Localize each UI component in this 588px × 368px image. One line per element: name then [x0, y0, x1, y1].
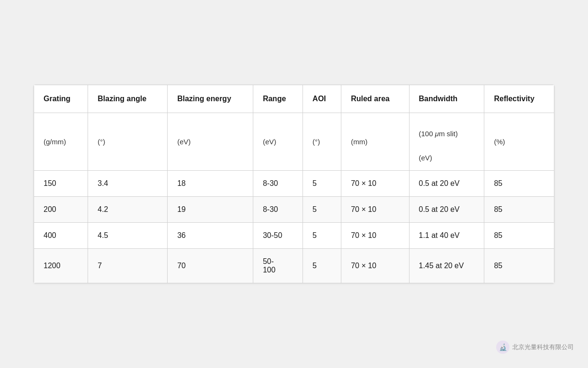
table-cell: 18 [168, 171, 253, 197]
table-cell: 85 [484, 249, 554, 283]
watermark-icon: 🔬 [496, 341, 509, 354]
col-header-grating: Grating [34, 85, 88, 113]
col-header-blazing-energy: Blazing energy [168, 85, 253, 113]
table-cell: 4.5 [88, 223, 168, 249]
table-cell: 400 [34, 223, 88, 249]
grating-table: Grating Blazing angle Blazing energy Ran… [34, 85, 554, 283]
watermark: 🔬 北京光量科技有限公司 [496, 341, 574, 354]
table-cell: 8-30 [253, 197, 303, 223]
col-subheader-blazing-angle: (°) [88, 113, 168, 171]
table-cell: 8-30 [253, 171, 303, 197]
table-cell: 70 × 10 [341, 197, 409, 223]
col-subheader-aoi: (°) [303, 113, 341, 171]
table-cell: 3.4 [88, 171, 168, 197]
col-header-ruled-area: Ruled area [341, 85, 409, 113]
table-cell: 0.5 at 20 eV [409, 171, 484, 197]
table-cell: 70 [168, 249, 253, 283]
table-cell: 5 [303, 223, 341, 249]
table-row: 120077050-100570 × 101.45 at 20 eV85 [34, 249, 554, 283]
table-cell: 85 [484, 223, 554, 249]
table-cell: 7 [88, 249, 168, 283]
col-header-blazing-angle: Blazing angle [88, 85, 168, 113]
table-body: 1503.4188-30570 × 100.5 at 20 eV852004.2… [34, 171, 554, 283]
header-row-main: Grating Blazing angle Blazing energy Ran… [34, 85, 554, 113]
col-header-reflectivity: Reflectivity [484, 85, 554, 113]
table-cell: 70 × 10 [341, 249, 409, 283]
table-cell: 30-50 [253, 223, 303, 249]
table-cell: 0.5 at 20 eV [409, 197, 484, 223]
table-cell: 200 [34, 197, 88, 223]
col-header-bandwidth: Bandwidth [409, 85, 484, 113]
col-subheader-grating: (g/mm) [34, 113, 88, 171]
col-subheader-ruled-area: (mm) [341, 113, 409, 171]
table-cell: 1.1 at 40 eV [409, 223, 484, 249]
table-row: 4004.53630-50570 × 101.1 at 40 eV85 [34, 223, 554, 249]
watermark-text: 北京光量科技有限公司 [512, 343, 574, 351]
header-row-sub: (g/mm) (°) (eV) (eV) (°) (mm) (1 [34, 113, 554, 171]
col-header-aoi: AOI [303, 85, 341, 113]
table-cell: 5 [303, 249, 341, 283]
table-cell: 4.2 [88, 197, 168, 223]
table-cell: 1.45 at 20 eV [409, 249, 484, 283]
table-cell: 1200 [34, 249, 88, 283]
table-row: 1503.4188-30570 × 100.5 at 20 eV85 [34, 171, 554, 197]
table-row: 2004.2198-30570 × 100.5 at 20 eV85 [34, 197, 554, 223]
table-cell: 70 × 10 [341, 223, 409, 249]
table-cell: 70 × 10 [341, 171, 409, 197]
col-subheader-blazing-energy: (eV) [168, 113, 253, 171]
table-cell: 85 [484, 171, 554, 197]
table-cell: 50-100 [253, 249, 303, 283]
col-subheader-bandwidth: (100 μm slit) (100 μm slit) (eV) (eV) [409, 113, 484, 171]
table-cell: 36 [168, 223, 253, 249]
table-cell: 150 [34, 171, 88, 197]
col-subheader-reflectivity: (%) [484, 113, 554, 171]
table-cell: 19 [168, 197, 253, 223]
col-subheader-range: (eV) [253, 113, 303, 171]
table-cell: 85 [484, 197, 554, 223]
main-table-container: Grating Blazing angle Blazing energy Ran… [34, 85, 554, 283]
table-cell: 5 [303, 171, 341, 197]
col-header-range: Range [253, 85, 303, 113]
table-cell: 5 [303, 197, 341, 223]
